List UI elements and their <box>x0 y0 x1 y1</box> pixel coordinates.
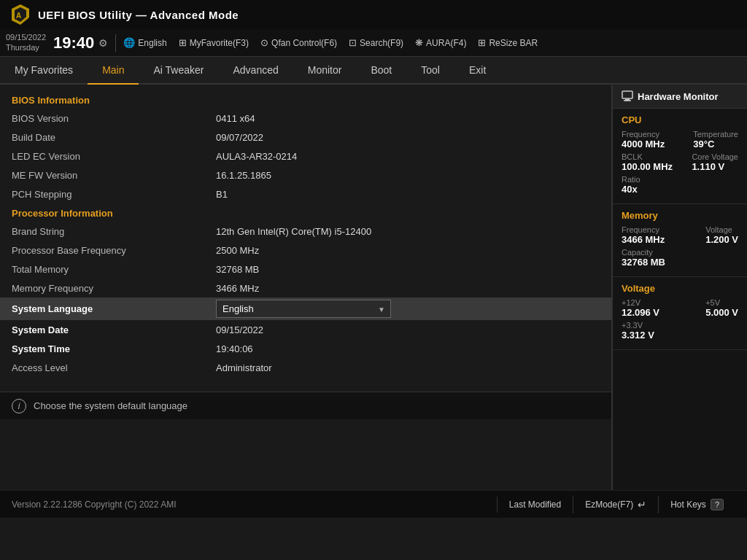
toolbar-resize[interactable]: ⊞ ReSize BAR <box>478 37 538 48</box>
hw-cpu-title: CPU <box>622 114 738 125</box>
hw-v5-value: 5.000 V <box>705 307 738 318</box>
hw-memory-title: Memory <box>622 210 738 221</box>
time-row: 19:40 ⚙ <box>53 34 108 52</box>
hw-cpu-voltage-label: Core Voltage <box>692 152 738 161</box>
toolbar-qfan[interactable]: ⊙ Qfan Control(F6) <box>260 37 337 48</box>
hw-cpu-section: CPU Frequency 4000 MHz Temperature 39°C … <box>613 109 747 204</box>
toolbar: 09/15/2022 Thursday 19:40 ⚙ 🌐 English ⊞ … <box>0 29 747 57</box>
nav-exit[interactable]: Exit <box>454 57 500 85</box>
led-ec-value: AULA3-AR32-0214 <box>216 151 297 162</box>
nav-bar: My Favorites Main Ai Tweaker Advanced Mo… <box>0 57 747 85</box>
ezmode-arrow-icon: ↵ <box>638 499 646 510</box>
favorite-icon: ⊞ <box>179 37 187 48</box>
hw-memory-section: Memory Frequency 3466 MHz Voltage 1.200 … <box>613 204 747 277</box>
total-memory-value: 32768 MB <box>216 264 259 275</box>
led-ec-row: LED EC Version AULA3-AR32-0214 <box>0 147 611 166</box>
system-language-row[interactable]: System Language English ▼ <box>0 298 611 320</box>
system-time-value: 19:40:06 <box>216 343 253 354</box>
hw-mem-volt-col: Voltage 1.200 V <box>705 225 738 245</box>
settings-icon[interactable]: ⚙ <box>98 37 108 49</box>
toolbar-divider <box>115 34 116 52</box>
nav-boot[interactable]: Boot <box>356 57 406 85</box>
processor-section-header: Processor Information <box>0 203 611 222</box>
left-panel: BIOS Information BIOS Version 0411 x64 B… <box>0 85 612 490</box>
mem-freq-label: Memory Frequency <box>12 283 216 294</box>
logo: A UEFI BIOS Utility — Advanced Mode <box>9 3 239 26</box>
hw-v12-value: 12.096 V <box>622 307 659 318</box>
hw-cpu-temp-col: Temperature 39°C <box>693 130 738 149</box>
help-text: Choose the system default language <box>34 400 187 411</box>
toolbar-language[interactable]: 🌐 English <box>123 37 166 48</box>
hw-v5-col: +5V 5.000 V <box>705 298 738 318</box>
fan-icon: ⊙ <box>260 37 268 48</box>
hw-cpu-ratio-col: Ratio 40x <box>622 175 640 195</box>
monitor-icon <box>622 90 633 102</box>
hw-v33-label: +3.3V <box>622 321 654 330</box>
total-memory-label: Total Memory <box>12 264 216 275</box>
proc-freq-value: 2500 MHz <box>216 245 259 256</box>
nav-main[interactable]: Main <box>88 57 139 85</box>
hw-v12-v5-row: +12V 12.096 V +5V 5.000 V <box>622 298 738 318</box>
hw-cpu-temp-label: Temperature <box>693 130 738 139</box>
system-time-row[interactable]: System Time 19:40:06 <box>0 339 611 358</box>
nav-tool[interactable]: Tool <box>406 57 454 85</box>
nav-ai-tweaker[interactable]: Ai Tweaker <box>139 57 218 85</box>
toolbar-myfavorite[interactable]: ⊞ MyFavorite(F3) <box>179 37 249 48</box>
hw-cpu-ratio-row: Ratio 40x <box>622 175 738 195</box>
time-display: 19:40 <box>53 34 94 52</box>
pch-stepping-value: B1 <box>216 189 228 200</box>
hw-monitor-header: Hardware Monitor <box>613 85 747 109</box>
hw-mem-freq-label: Frequency <box>622 225 665 234</box>
toolbar-search[interactable]: ⊡ Search(F9) <box>349 37 403 48</box>
build-date-value: 09/07/2022 <box>216 132 263 143</box>
bios-section-header: BIOS Information <box>0 90 611 109</box>
me-fw-row: ME FW Version 16.1.25.1865 <box>0 166 611 184</box>
led-ec-label: LED EC Version <box>12 151 216 162</box>
system-date-row[interactable]: System Date 09/15/2022 <box>0 320 611 339</box>
datetime-block: 09/15/2022 Thursday <box>6 33 46 52</box>
footer-ezmode-button[interactable]: EzMode(F7) ↵ <box>573 496 658 513</box>
proc-freq-row: Processor Base Frequency 2500 MHz <box>0 241 611 260</box>
proc-freq-label: Processor Base Frequency <box>12 245 216 256</box>
aura-icon: ❋ <box>415 37 423 48</box>
hw-cpu-freq-value: 4000 MHz <box>622 139 665 149</box>
hw-cpu-bclk-value: 100.00 MHz <box>622 161 673 172</box>
hw-cpu-bclk-volt-row: BCLK 100.00 MHz Core Voltage 1.110 V <box>622 152 738 172</box>
hw-mem-cap-col: Capacity 32768 MB <box>622 248 665 268</box>
build-date-label: Build Date <box>12 132 216 143</box>
svg-rect-3 <box>622 91 632 98</box>
total-memory-row: Total Memory 32768 MB <box>0 260 611 279</box>
hw-v33-row: +3.3V 3.312 V <box>622 321 738 341</box>
hw-mem-freq-volt-row: Frequency 3466 MHz Voltage 1.200 V <box>622 225 738 245</box>
system-time-label: System Time <box>12 343 216 354</box>
nav-monitor[interactable]: Monitor <box>293 57 357 85</box>
system-language-select[interactable]: English <box>216 300 391 318</box>
hw-v12-col: +12V 12.096 V <box>622 298 659 318</box>
hw-mem-freq-value: 3466 MHz <box>622 234 665 245</box>
toolbar-aura[interactable]: ❋ AURA(F4) <box>415 37 466 48</box>
brand-string-row: Brand String 12th Gen Intel(R) Core(TM) … <box>0 222 611 241</box>
footer-hotkeys-button[interactable]: Hot Keys ? <box>658 496 735 513</box>
main-content: BIOS Information BIOS Version 0411 x64 B… <box>0 85 747 490</box>
system-date-label: System Date <box>12 324 216 335</box>
hw-monitor-title: Hardware Monitor <box>638 91 719 102</box>
hw-cpu-freq-temp-row: Frequency 4000 MHz Temperature 39°C <box>622 130 738 149</box>
hw-voltage-section: Voltage +12V 12.096 V +5V 5.000 V +3.3V … <box>613 277 747 350</box>
hw-cpu-bclk-label: BCLK <box>622 152 673 161</box>
hw-voltage-title: Voltage <box>622 283 738 294</box>
footer-last-modified[interactable]: Last Modified <box>497 497 573 513</box>
hw-v12-label: +12V <box>622 298 659 307</box>
nav-advanced[interactable]: Advanced <box>218 57 293 85</box>
resize-icon: ⊞ <box>478 37 486 48</box>
nav-my-favorites[interactable]: My Favorites <box>0 57 88 85</box>
hw-cpu-freq-col: Frequency 4000 MHz <box>622 130 665 149</box>
footer-version: Version 2.22.1286 Copyright (C) 2022 AMI <box>12 499 176 510</box>
hardware-monitor-panel: Hardware Monitor CPU Frequency 4000 MHz … <box>612 85 747 490</box>
system-language-dropdown-wrapper: English ▼ <box>216 300 391 318</box>
system-language-label: System Language <box>12 303 216 314</box>
hw-cpu-ratio-label: Ratio <box>622 175 640 184</box>
brand-string-label: Brand String <box>12 226 216 237</box>
hw-v33-value: 3.312 V <box>622 330 654 341</box>
search-icon: ⊡ <box>349 37 357 48</box>
brand-string-value: 12th Gen Intel(R) Core(TM) i5-12400 <box>216 226 371 237</box>
